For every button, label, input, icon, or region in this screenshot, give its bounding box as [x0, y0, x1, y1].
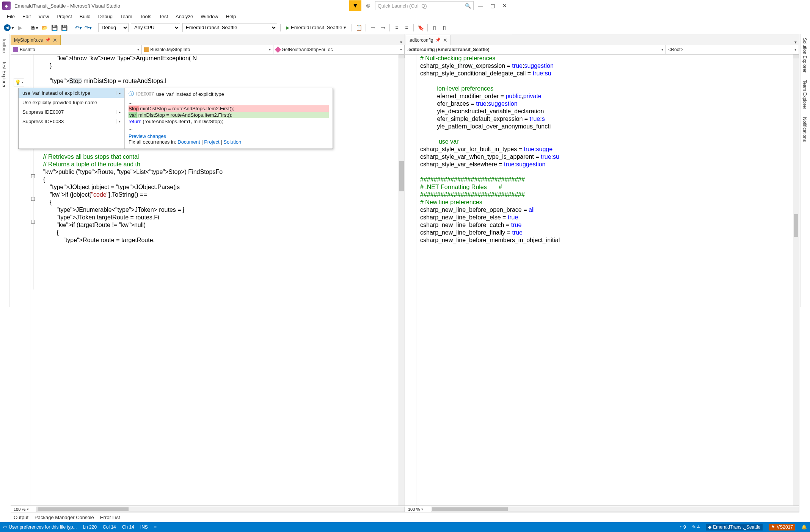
- menu-tools[interactable]: Tools: [136, 12, 155, 21]
- redo-button[interactable]: ↷▾: [83, 23, 93, 32]
- toolbar-btn-2[interactable]: ▭: [368, 23, 377, 32]
- feedback-icon[interactable]: ☺: [363, 0, 374, 11]
- fix-solution-link[interactable]: Solution: [223, 139, 241, 145]
- main-toolbar: ◀▾ ▶ 🗎▾ 📂 💾 💾 ↶▾ ↷▾ Debug Any CPU Emeral…: [0, 21, 512, 34]
- right-code-editor[interactable]: # Null-checking preferencescsharp_style_…: [405, 55, 512, 336]
- fix-document-link[interactable]: Document: [177, 139, 200, 145]
- bookmark-icon[interactable]: 🔖: [416, 23, 425, 32]
- uncomment-button[interactable]: ▯: [440, 23, 449, 32]
- scope-combo[interactable]: .editorconfig (EmeraldTransit_Seattle)▾: [405, 45, 512, 54]
- maximize-button[interactable]: ▢: [487, 0, 498, 11]
- config-select[interactable]: Debug: [98, 23, 129, 32]
- menu-debug[interactable]: Debug: [94, 12, 116, 21]
- toolbar-btn-1[interactable]: 📋: [354, 23, 363, 32]
- undo-button[interactable]: ↶▾: [74, 23, 83, 32]
- toolbar-btn-3[interactable]: ▭: [378, 23, 387, 32]
- quick-launch-input[interactable]: Quick Launch (Ctrl+Q) 🔍: [375, 1, 474, 10]
- menu-project[interactable]: Project: [53, 12, 75, 21]
- startup-project-select[interactable]: EmeraldTransit_Seattle: [182, 23, 277, 32]
- qa-item-suppress-7[interactable]: Suppress IDE0007▸: [19, 107, 124, 117]
- left-editor-pane: MyStopInfo.cs 📌 ✕ ▾ BusInfo▾ BusInfo.MyS…: [11, 34, 405, 336]
- tab-editorconfig[interactable]: .editorconfig 📌 ✕: [405, 35, 451, 45]
- fix-project-link[interactable]: Project: [204, 139, 219, 145]
- left-tab-row: MyStopInfo.cs 📌 ✕ ▾: [11, 34, 405, 45]
- tab-overflow-dropdown[interactable]: ▾: [398, 40, 405, 45]
- split-handle-icon[interactable]: [399, 55, 405, 58]
- vertical-scrollbar[interactable]: [399, 55, 405, 336]
- tab-mystopinfo[interactable]: MyStopInfo.cs 📌 ✕: [11, 35, 61, 45]
- toolbox-tab[interactable]: Toolbox: [0, 34, 8, 57]
- notification-flag-icon[interactable]: ▼: [349, 0, 361, 11]
- vs-logo-icon: ◆: [2, 2, 11, 10]
- close-button[interactable]: ✕: [499, 0, 510, 11]
- nav-back-button[interactable]: ◀▾: [3, 23, 15, 32]
- indent-button[interactable]: ≡: [392, 23, 401, 32]
- menu-edit[interactable]: Edit: [19, 12, 35, 21]
- class-icon: [144, 47, 149, 52]
- preview-changes-link[interactable]: Preview changes: [129, 133, 166, 139]
- tab-label: .editorconfig: [408, 38, 433, 43]
- quick-actions-list: use 'var' instead of explicit type▸ Use …: [19, 88, 125, 149]
- menu-team[interactable]: Team: [116, 12, 136, 21]
- left-nav-bar: BusInfo▾ BusInfo.MyStopInfo▾ GetRouteAnd…: [11, 45, 405, 55]
- save-button[interactable]: 💾: [50, 23, 59, 32]
- left-rail: Toolbox Test Explorer: [0, 34, 10, 307]
- pin-icon[interactable]: 📌: [435, 38, 441, 42]
- left-code-editor[interactable]: - - - 💡 "kw">throw "kw">new "type">Argum…: [11, 55, 405, 336]
- info-icon: ⓘ: [129, 91, 134, 97]
- window-title: EmeraldTransit_Seattle - Microsoft Visua…: [14, 3, 120, 9]
- chevron-right-icon: ▸: [116, 110, 121, 114]
- menu-analyze[interactable]: Analyze: [172, 12, 197, 21]
- rule-text: use 'var' instead of explicit type: [156, 91, 224, 97]
- minimize-button[interactable]: —: [475, 0, 486, 11]
- lightbulb-button[interactable]: 💡: [14, 78, 24, 86]
- right-tab-row: .editorconfig 📌 ✕ ▾: [405, 34, 512, 45]
- right-nav-bar: .editorconfig (EmeraldTransit_Seattle)▾ …: [405, 45, 512, 55]
- comment-button[interactable]: ▯: [430, 23, 439, 32]
- platform-select[interactable]: Any CPU: [131, 23, 180, 32]
- menu-build[interactable]: Build: [76, 12, 94, 21]
- qa-item-use-var[interactable]: use 'var' instead of explicit type▸: [19, 88, 124, 98]
- menu-file[interactable]: File: [3, 12, 19, 21]
- csharp-icon: [13, 47, 18, 52]
- outline-toggle[interactable]: -: [31, 197, 35, 201]
- chevron-right-icon: ▸: [116, 91, 121, 95]
- new-project-button[interactable]: 🗎▾: [30, 23, 39, 32]
- test-explorer-tab[interactable]: Test Explorer: [0, 57, 8, 91]
- menu-test[interactable]: Test: [155, 12, 172, 21]
- close-tab-icon[interactable]: ✕: [53, 37, 57, 43]
- right-editor-pane: .editorconfig 📌 ✕ ▾ .editorconfig (Emera…: [405, 34, 512, 336]
- menu-help[interactable]: Help: [222, 12, 240, 21]
- menu-bar: File Edit View Project Build Debug Team …: [0, 11, 512, 21]
- quick-launch-placeholder: Quick Launch (Ctrl+Q): [378, 3, 427, 9]
- outdent-button[interactable]: ≡: [402, 23, 411, 32]
- qa-item-suppress-33[interactable]: Suppress IDE0033▸: [19, 117, 124, 126]
- lightbulb-icon: 💡: [15, 80, 21, 85]
- rule-id: IDE0007: [136, 91, 154, 97]
- class-combo[interactable]: BusInfo.MyStopInfo▾: [142, 45, 273, 54]
- title-bar: ◆ EmeraldTransit_Seattle - Microsoft Vis…: [0, 0, 512, 11]
- outline-toggle[interactable]: -: [31, 220, 35, 224]
- start-debugging-button[interactable]: ▶EmeraldTransit_Seattle ▾: [283, 23, 349, 32]
- save-all-button[interactable]: 💾: [60, 23, 69, 32]
- scope-combo[interactable]: BusInfo▾: [11, 45, 142, 54]
- pin-icon[interactable]: 📌: [45, 38, 50, 42]
- quick-actions-preview: ⓘ IDE0007 use 'var' instead of explicit …: [125, 88, 333, 149]
- chevron-right-icon: ▸: [116, 119, 121, 124]
- method-icon: [275, 46, 281, 53]
- search-icon: 🔍: [465, 3, 471, 9]
- qa-item-tuple[interactable]: Use explicitly provided tuple name: [19, 98, 124, 107]
- menu-window[interactable]: Window: [197, 12, 222, 21]
- open-file-button[interactable]: 📂: [40, 23, 49, 32]
- quick-actions-popup: use 'var' instead of explicit type▸ Use …: [18, 88, 333, 149]
- member-combo[interactable]: GetRouteAndStopForLoc▾: [273, 45, 405, 54]
- editor-area: MyStopInfo.cs 📌 ✕ ▾ BusInfo▾ BusInfo.MyS…: [11, 34, 512, 336]
- nav-forward-button[interactable]: ▶: [16, 23, 25, 32]
- outline-toggle[interactable]: -: [31, 174, 35, 178]
- tab-label: MyStopInfo.cs: [14, 38, 43, 43]
- close-tab-icon[interactable]: ✕: [443, 37, 447, 43]
- menu-view[interactable]: View: [35, 12, 53, 21]
